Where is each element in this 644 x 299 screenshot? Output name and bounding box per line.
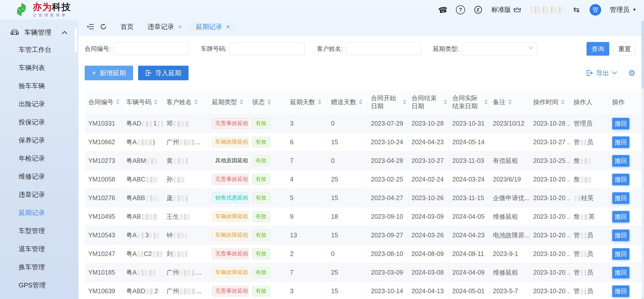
sort-icon[interactable] bbox=[403, 99, 406, 105]
table-row: YM10276粤ABB庞销售优惠延租有效5152023-04-272023-10… bbox=[85, 189, 644, 207]
tab[interactable]: 首页 bbox=[113, 22, 141, 31]
op-time-cell: 2023-10-28 ... bbox=[530, 114, 570, 133]
tab[interactable]: 延期记录× bbox=[189, 22, 237, 31]
sidebar-item[interactable]: 车型管理 bbox=[0, 222, 78, 240]
export-button[interactable]: 导出 bbox=[586, 69, 617, 78]
sidebar-item[interactable]: 违章记录 bbox=[0, 185, 78, 204]
sidebar-item[interactable]: 验车车辆 bbox=[0, 77, 78, 95]
column-header: 合同开始日期 bbox=[367, 90, 408, 114]
sidebar-item[interactable]: 维修记录 bbox=[0, 167, 78, 185]
sort-icon[interactable] bbox=[194, 99, 198, 105]
sort-icon[interactable] bbox=[561, 99, 565, 105]
sort-icon[interactable] bbox=[484, 99, 488, 105]
close-tab-icon[interactable]: × bbox=[178, 23, 182, 30]
sidebar-item[interactable]: 车管工作台 bbox=[0, 41, 78, 59]
company-name-masked bbox=[530, 6, 563, 13]
sort-icon[interactable] bbox=[444, 99, 447, 105]
recall-button[interactable]: 撤回 bbox=[612, 192, 629, 204]
help-icon[interactable]: ? bbox=[456, 5, 465, 14]
user-menu[interactable]: 管理员 ▼ bbox=[610, 5, 636, 14]
extension-days-cell: 7 bbox=[286, 263, 327, 282]
filter-label: 合同编号: bbox=[85, 45, 111, 53]
tab-label: 延期记录 bbox=[196, 22, 222, 31]
sort-icon[interactable] bbox=[154, 99, 158, 105]
gift-days-cell: 15 bbox=[327, 282, 367, 299]
extension-type-select[interactable] bbox=[462, 42, 537, 55]
sidebar-item[interactable]: 年检记录 bbox=[0, 149, 78, 167]
redacted-text bbox=[137, 251, 143, 257]
import-extension-button[interactable]: 导入延期 bbox=[138, 66, 189, 80]
page-scrollbar[interactable] bbox=[641, 21, 644, 298]
reset-button[interactable]: 重置 bbox=[614, 42, 635, 56]
sidebar-item[interactable]: 保养记录 bbox=[0, 131, 78, 149]
recall-button[interactable]: 撤回 bbox=[612, 285, 629, 297]
sidebar-item[interactable]: 出险记录 bbox=[0, 95, 78, 113]
import-icon bbox=[145, 70, 152, 76]
switch-account-icon[interactable]: ⇆ bbox=[572, 5, 581, 14]
column-settings-gear-icon[interactable]: ⚙ bbox=[628, 69, 635, 77]
sidebar-scrollbar-thumb[interactable] bbox=[75, 28, 77, 52]
end-date-cell: 2024-04-13 bbox=[408, 282, 449, 299]
sidebar-group-vehicle-management[interactable]: 车辆管理 bbox=[0, 24, 78, 41]
customer-name-cell: 广州... bbox=[163, 263, 208, 282]
column-header: 延期类型 bbox=[208, 90, 249, 114]
recall-button[interactable]: 撤回 bbox=[612, 118, 629, 129]
extension-type-tag: 其他原因延租 bbox=[212, 156, 249, 166]
sidebar-item[interactable]: 指标管理 bbox=[0, 294, 78, 299]
sidebar-item[interactable]: 延期记录 bbox=[0, 204, 78, 222]
action-cell: 撤回 bbox=[608, 189, 644, 207]
sort-icon[interactable] bbox=[318, 99, 321, 105]
table-row: YM10247粤AC2刘无责事故延租有效202023-08-102024-08-… bbox=[85, 245, 644, 263]
version-badge[interactable]: 标准版 bbox=[491, 5, 521, 14]
page-scrollbar-thumb[interactable] bbox=[641, 21, 644, 89]
recall-button[interactable]: 撤回 bbox=[612, 267, 629, 278]
extension-days-cell: 13 bbox=[286, 226, 327, 245]
refresh-icon[interactable] bbox=[97, 19, 110, 34]
filter-label: 车牌号码: bbox=[201, 45, 227, 53]
link-icon[interactable] bbox=[474, 5, 483, 14]
column-header-label: 状态 bbox=[252, 98, 265, 106]
actual-end-date-cell: 2023-11-15 bbox=[449, 189, 489, 207]
filter-field: 车牌号码: bbox=[201, 43, 305, 55]
collapse-sidebar-icon[interactable] bbox=[84, 19, 97, 34]
remark-cell: 2023/6/19 bbox=[489, 170, 530, 189]
gift-days-cell: 0 bbox=[327, 245, 367, 263]
recall-button[interactable]: 撤回 bbox=[612, 230, 629, 241]
sidebar-item[interactable]: GPS管理 bbox=[0, 276, 78, 294]
sort-icon[interactable] bbox=[508, 99, 512, 105]
contract-no-input[interactable] bbox=[114, 43, 189, 55]
recall-button[interactable]: 撤回 bbox=[612, 248, 629, 260]
sort-icon[interactable] bbox=[116, 99, 119, 105]
close-tab-icon[interactable]: × bbox=[226, 23, 230, 30]
extension-days-cell: 2 bbox=[286, 245, 327, 263]
sidebar-item[interactable]: 换车管理 bbox=[0, 258, 78, 276]
search-button[interactable]: 查询 bbox=[587, 42, 609, 56]
customer-name-cell: 王生 bbox=[163, 207, 208, 226]
sidebar-item[interactable]: 车辆列表 bbox=[0, 59, 78, 77]
recall-button[interactable]: 撤回 bbox=[612, 211, 629, 222]
redacted-text bbox=[180, 214, 190, 220]
sidebar-item[interactable]: 投保记录 bbox=[0, 113, 78, 131]
recall-button[interactable]: 撤回 bbox=[612, 174, 629, 185]
sort-icon[interactable] bbox=[267, 99, 271, 105]
customer-name-input[interactable] bbox=[346, 43, 421, 55]
sort-icon[interactable] bbox=[359, 99, 362, 105]
avatar[interactable]: 管 bbox=[590, 4, 601, 16]
phone-icon[interactable]: ☎ bbox=[438, 5, 448, 15]
actual-end-date-cell: 2024-05-01 bbox=[449, 282, 489, 299]
recall-button[interactable]: 撤回 bbox=[612, 155, 629, 167]
sidebar-item[interactable]: 退车管理 bbox=[0, 240, 78, 258]
actual-end-date-cell: 2024-04-05 bbox=[449, 207, 489, 226]
contract-no-cell: YM10495 bbox=[85, 207, 122, 226]
customer-name-cell: 钟 bbox=[163, 226, 208, 245]
plate-no-input[interactable] bbox=[230, 43, 305, 55]
navbar-actions: ☎ ? 标准版 ⇆ 管 管理员 ▼ bbox=[438, 4, 636, 16]
sort-icon[interactable] bbox=[240, 99, 243, 105]
extension-type-cell: 其他原因延租 bbox=[208, 152, 249, 170]
recall-button[interactable]: 撤回 bbox=[612, 136, 629, 148]
extension-type-cell: 销售优惠延租 bbox=[208, 189, 249, 207]
redacted-text bbox=[180, 139, 195, 145]
table-row: YM10058粤ABC孙无责事故延租有效4252023-02-252024-02… bbox=[85, 170, 644, 189]
tab[interactable]: 违章记录× bbox=[141, 22, 189, 31]
add-extension-button[interactable]: + 新增延期 bbox=[85, 66, 133, 80]
